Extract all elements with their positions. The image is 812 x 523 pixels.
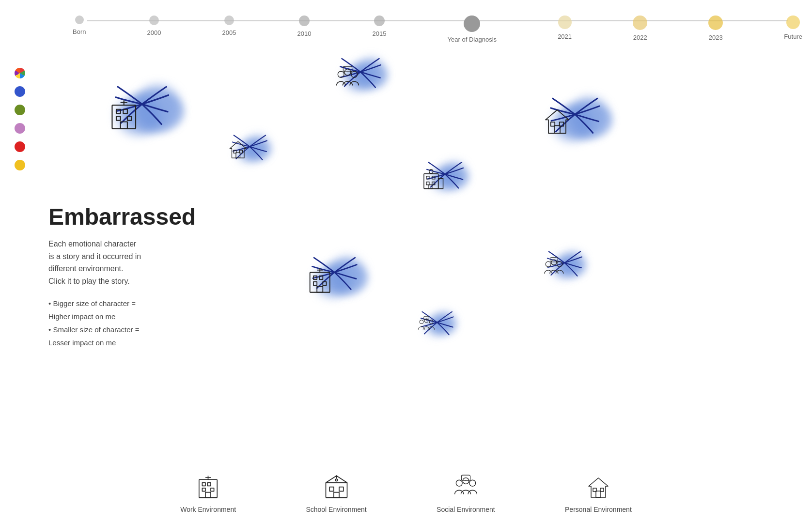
svg-rect-6 <box>121 122 127 129</box>
svg-rect-10 <box>236 153 240 158</box>
svg-rect-51 <box>199 479 217 497</box>
svg-rect-53 <box>203 483 206 486</box>
svg-rect-65 <box>339 487 344 492</box>
svg-point-68 <box>456 480 462 486</box>
svg-rect-74 <box>596 491 601 497</box>
sidebar-dot-yellow[interactable] <box>15 160 25 170</box>
timeline-dot <box>149 15 159 25</box>
bottom-icon-work-environment[interactable]: Work Environment <box>180 473 236 513</box>
sidebar <box>15 68 25 170</box>
timeline-label: 2021 <box>558 33 572 40</box>
bottom-icon-label: Work Environment <box>180 506 236 513</box>
bottom-icon-social-environment[interactable]: Social Environment <box>437 473 495 513</box>
timeline-item-2000[interactable]: 2000 <box>147 15 161 36</box>
svg-point-63 <box>335 479 337 481</box>
svg-point-69 <box>469 480 476 486</box>
svg-rect-0 <box>112 105 136 129</box>
svg-rect-64 <box>329 487 334 492</box>
timeline-item-2023[interactable]: 2023 <box>708 15 723 41</box>
svg-rect-2 <box>116 109 121 114</box>
timeline-label: 2000 <box>147 29 161 36</box>
sidebar-dot-olive[interactable] <box>15 105 25 115</box>
environment-icon <box>228 139 249 162</box>
svg-rect-24 <box>432 182 435 185</box>
svg-rect-36 <box>323 282 326 285</box>
timeline-label: 2010 <box>297 30 312 37</box>
bottom-icon-svg <box>453 473 479 502</box>
timeline-label: 2005 <box>222 29 236 36</box>
bottom-icon-label: Personal Environment <box>565 506 632 513</box>
bottom-icon-personal-environment[interactable]: Personal Environment <box>565 476 632 513</box>
svg-marker-73 <box>589 478 608 497</box>
legend-bullet: Bigger size of character =Higher impact … <box>48 297 196 323</box>
sidebar-dot-blue[interactable] <box>15 86 25 97</box>
timeline-item-future[interactable]: Future <box>784 15 802 40</box>
svg-rect-56 <box>203 488 206 492</box>
bottom-icon-label: School Environment <box>306 506 366 513</box>
timeline-line <box>87 20 788 21</box>
environment-icon <box>417 315 436 337</box>
svg-rect-23 <box>426 182 429 185</box>
timeline-label: Year of Diagnosis <box>448 36 497 43</box>
environment-icon <box>107 97 141 134</box>
svg-rect-57 <box>205 492 211 498</box>
environment-icon <box>334 64 361 93</box>
sidebar-dot-multicolor[interactable] <box>15 68 25 78</box>
timeline-dot <box>224 15 234 25</box>
svg-point-46 <box>420 320 423 323</box>
svg-rect-37 <box>313 282 317 285</box>
environment-icon <box>305 265 335 297</box>
sidebar-dot-red[interactable] <box>15 141 25 152</box>
timeline-label: Future <box>784 33 802 40</box>
timeline-label: 2023 <box>709 34 723 41</box>
svg-point-43 <box>551 260 557 265</box>
timeline-dot <box>633 15 647 30</box>
legend-description: Each emotional characteris a story and i… <box>48 238 196 287</box>
timeline-item-2005[interactable]: 2005 <box>222 15 236 36</box>
svg-point-14 <box>351 71 358 77</box>
svg-rect-4 <box>127 116 132 121</box>
timeline-dot <box>786 15 800 29</box>
timeline-dot <box>75 15 84 24</box>
svg-rect-25 <box>428 185 432 189</box>
emotion-label: Embarrassed <box>48 203 196 230</box>
svg-rect-29 <box>554 125 560 133</box>
sidebar-dot-purple[interactable] <box>15 123 25 134</box>
environment-icon <box>543 107 572 138</box>
legend-bullet: Smaller size of character =Lesser impact… <box>48 323 196 349</box>
svg-rect-54 <box>208 483 211 486</box>
timeline-item-2022[interactable]: 2022 <box>633 15 647 41</box>
timeline-dot <box>299 15 310 26</box>
timeline-item-2010[interactable]: 2010 <box>297 15 312 37</box>
bottom-icon-school-environment[interactable]: School Environment <box>306 473 366 513</box>
timeline-item-year-of-diagnosis[interactable]: Year of Diagnosis <box>448 15 497 43</box>
svg-rect-35 <box>319 276 323 279</box>
svg-rect-32 <box>310 273 330 292</box>
svg-point-41 <box>546 262 551 267</box>
svg-rect-55 <box>211 488 214 492</box>
timeline-item-born[interactable]: Born <box>73 15 86 35</box>
timeline-dot <box>464 15 480 32</box>
legend: Embarrassed Each emotional characteris a… <box>48 203 196 349</box>
svg-rect-66 <box>334 492 339 498</box>
svg-rect-3 <box>123 109 127 114</box>
bottom-icon-svg <box>323 473 350 502</box>
svg-point-47 <box>429 320 433 323</box>
timeline: Born2000200520102015Year of Diagnosis202… <box>73 10 802 48</box>
environment-icon <box>422 167 446 193</box>
svg-rect-5 <box>116 116 121 121</box>
svg-rect-22 <box>432 176 435 179</box>
timeline-item-2021[interactable]: 2021 <box>558 15 572 40</box>
svg-marker-28 <box>546 110 569 133</box>
timeline-label: Born <box>73 28 86 35</box>
bottom-icon-svg <box>586 476 610 502</box>
svg-rect-20 <box>438 179 443 189</box>
bottom-icons: Work Environment School Environment Soci… <box>145 473 667 513</box>
environment-icon <box>543 256 565 280</box>
svg-rect-34 <box>313 276 317 279</box>
timeline-items: Born2000200520102015Year of Diagnosis202… <box>73 15 802 43</box>
svg-point-26 <box>429 169 433 173</box>
svg-rect-38 <box>317 287 323 292</box>
bottom-icon-svg <box>195 473 221 502</box>
timeline-item-2015[interactable]: 2015 <box>373 15 387 37</box>
